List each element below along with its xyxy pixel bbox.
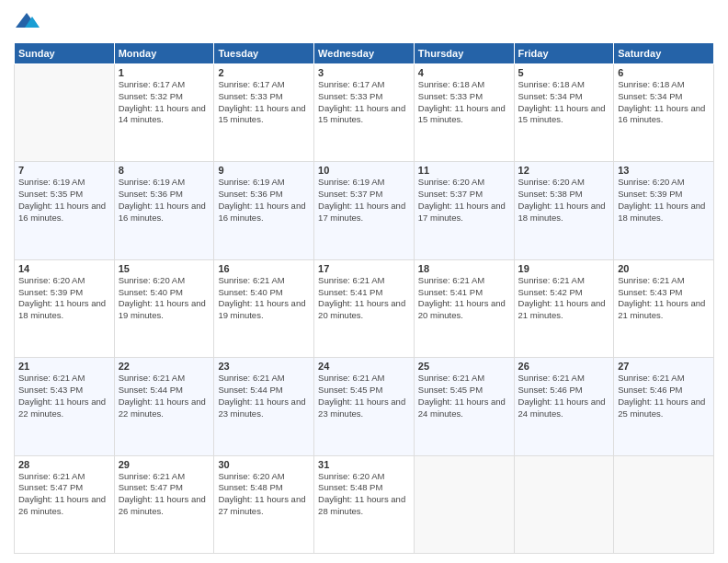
day-number: 18 (418, 263, 510, 274)
day-number: 9 (218, 165, 310, 176)
day-number: 6 (618, 67, 710, 78)
calendar-cell: 20Sunrise: 6:21 AMSunset: 5:43 PMDayligh… (614, 259, 714, 357)
day-info: Sunrise: 6:21 AMSunset: 5:45 PMDaylight:… (418, 373, 510, 419)
day-info: Sunrise: 6:17 AMSunset: 5:32 PMDaylight:… (119, 79, 210, 126)
calendar-cell (514, 455, 614, 553)
day-number: 4 (418, 67, 510, 78)
day-number: 12 (518, 165, 610, 176)
day-info: Sunrise: 6:20 AMSunset: 5:40 PMDaylight:… (119, 275, 210, 322)
day-number: 27 (618, 361, 710, 372)
day-info: Sunrise: 6:20 AMSunset: 5:48 PMDaylight:… (318, 471, 410, 518)
calendar-cell: 28Sunrise: 6:21 AMSunset: 5:47 PMDayligh… (15, 455, 115, 553)
calendar-cell: 16Sunrise: 6:21 AMSunset: 5:40 PMDayligh… (214, 259, 314, 357)
day-info: Sunrise: 6:17 AMSunset: 5:33 PMDaylight:… (318, 79, 410, 126)
calendar-cell: 31Sunrise: 6:20 AMSunset: 5:48 PMDayligh… (314, 455, 415, 553)
calendar-cell: 7Sunrise: 6:19 AMSunset: 5:35 PMDaylight… (15, 162, 115, 259)
day-info: Sunrise: 6:20 AMSunset: 5:39 PMDaylight:… (618, 177, 710, 224)
calendar-day-header: Monday (114, 43, 214, 64)
day-number: 14 (18, 263, 110, 274)
calendar-cell: 13Sunrise: 6:20 AMSunset: 5:39 PMDayligh… (614, 162, 714, 259)
day-info: Sunrise: 6:21 AMSunset: 5:45 PMDaylight:… (318, 373, 410, 419)
day-info: Sunrise: 6:20 AMSunset: 5:38 PMDaylight:… (518, 177, 610, 224)
calendar-cell: 15Sunrise: 6:20 AMSunset: 5:40 PMDayligh… (114, 259, 214, 357)
calendar-body: 1Sunrise: 6:17 AMSunset: 5:32 PMDaylight… (15, 64, 714, 554)
day-number: 19 (518, 263, 610, 274)
calendar-cell: 8Sunrise: 6:19 AMSunset: 5:36 PMDaylight… (114, 162, 214, 259)
day-number: 10 (318, 165, 410, 176)
calendar-header-row: SundayMondayTuesdayWednesdayThursdayFrid… (15, 43, 714, 64)
logo (14, 9, 43, 35)
calendar-week-row: 14Sunrise: 6:20 AMSunset: 5:39 PMDayligh… (15, 259, 714, 357)
day-info: Sunrise: 6:19 AMSunset: 5:37 PMDaylight:… (318, 177, 410, 224)
calendar-cell: 25Sunrise: 6:21 AMSunset: 5:45 PMDayligh… (414, 358, 514, 455)
day-number: 7 (18, 165, 110, 176)
calendar-cell (614, 455, 714, 553)
day-info: Sunrise: 6:18 AMSunset: 5:34 PMDaylight:… (518, 79, 610, 126)
calendar-cell: 21Sunrise: 6:21 AMSunset: 5:43 PMDayligh… (15, 358, 115, 455)
calendar-cell: 12Sunrise: 6:20 AMSunset: 5:38 PMDayligh… (514, 162, 614, 259)
day-number: 13 (618, 165, 710, 176)
day-info: Sunrise: 6:21 AMSunset: 5:41 PMDaylight:… (318, 275, 410, 322)
day-number: 15 (119, 263, 210, 274)
day-number: 25 (418, 361, 510, 372)
calendar-cell: 14Sunrise: 6:20 AMSunset: 5:39 PMDayligh… (15, 259, 115, 357)
day-number: 8 (119, 165, 210, 176)
day-info: Sunrise: 6:19 AMSunset: 5:36 PMDaylight:… (119, 177, 210, 224)
calendar-cell: 2Sunrise: 6:17 AMSunset: 5:33 PMDaylight… (214, 64, 314, 162)
calendar-day-header: Wednesday (314, 43, 415, 64)
day-info: Sunrise: 6:21 AMSunset: 5:46 PMDaylight:… (618, 373, 710, 419)
day-number: 17 (318, 263, 410, 274)
calendar-cell: 29Sunrise: 6:21 AMSunset: 5:47 PMDayligh… (114, 455, 214, 553)
day-info: Sunrise: 6:21 AMSunset: 5:46 PMDaylight:… (518, 373, 610, 419)
day-number: 22 (119, 361, 210, 372)
calendar-week-row: 7Sunrise: 6:19 AMSunset: 5:35 PMDaylight… (15, 162, 714, 259)
day-number: 23 (218, 361, 310, 372)
calendar-table: SundayMondayTuesdayWednesdayThursdayFrid… (14, 42, 714, 554)
day-info: Sunrise: 6:21 AMSunset: 5:44 PMDaylight:… (119, 373, 210, 419)
calendar-cell: 10Sunrise: 6:19 AMSunset: 5:37 PMDayligh… (314, 162, 415, 259)
logo-icon (14, 9, 40, 35)
day-number: 20 (618, 263, 710, 274)
day-number: 2 (218, 67, 310, 78)
calendar-cell: 1Sunrise: 6:17 AMSunset: 5:32 PMDaylight… (114, 64, 214, 162)
day-number: 21 (18, 361, 110, 372)
calendar-cell: 5Sunrise: 6:18 AMSunset: 5:34 PMDaylight… (514, 64, 614, 162)
calendar-cell (15, 64, 115, 162)
day-info: Sunrise: 6:21 AMSunset: 5:44 PMDaylight:… (218, 373, 310, 419)
calendar-week-row: 21Sunrise: 6:21 AMSunset: 5:43 PMDayligh… (15, 358, 714, 455)
day-number: 29 (119, 459, 210, 470)
calendar-cell (414, 455, 514, 553)
calendar-cell: 30Sunrise: 6:20 AMSunset: 5:48 PMDayligh… (214, 455, 314, 553)
calendar-cell: 11Sunrise: 6:20 AMSunset: 5:37 PMDayligh… (414, 162, 514, 259)
calendar-day-header: Friday (514, 43, 614, 64)
day-info: Sunrise: 6:18 AMSunset: 5:33 PMDaylight:… (418, 79, 510, 126)
calendar-cell: 9Sunrise: 6:19 AMSunset: 5:36 PMDaylight… (214, 162, 314, 259)
calendar-cell: 18Sunrise: 6:21 AMSunset: 5:41 PMDayligh… (414, 259, 514, 357)
day-number: 24 (318, 361, 410, 372)
page: SundayMondayTuesdayWednesdayThursdayFrid… (0, 0, 728, 563)
calendar-cell: 6Sunrise: 6:18 AMSunset: 5:34 PMDaylight… (614, 64, 714, 162)
header (14, 9, 714, 35)
day-info: Sunrise: 6:21 AMSunset: 5:41 PMDaylight:… (418, 275, 510, 322)
day-number: 11 (418, 165, 510, 176)
day-number: 26 (518, 361, 610, 372)
day-number: 5 (518, 67, 610, 78)
calendar-cell: 3Sunrise: 6:17 AMSunset: 5:33 PMDaylight… (314, 64, 415, 162)
day-number: 28 (18, 459, 110, 470)
calendar-day-header: Saturday (614, 43, 714, 64)
day-number: 16 (218, 263, 310, 274)
day-number: 3 (318, 67, 410, 78)
day-info: Sunrise: 6:20 AMSunset: 5:48 PMDaylight:… (218, 471, 310, 518)
day-number: 30 (218, 459, 310, 470)
calendar-day-header: Tuesday (214, 43, 314, 64)
day-info: Sunrise: 6:18 AMSunset: 5:34 PMDaylight:… (618, 79, 710, 126)
calendar-day-header: Thursday (414, 43, 514, 64)
day-info: Sunrise: 6:20 AMSunset: 5:39 PMDaylight:… (18, 275, 110, 322)
calendar-week-row: 1Sunrise: 6:17 AMSunset: 5:32 PMDaylight… (15, 64, 714, 162)
calendar-cell: 17Sunrise: 6:21 AMSunset: 5:41 PMDayligh… (314, 259, 415, 357)
day-info: Sunrise: 6:21 AMSunset: 5:40 PMDaylight:… (218, 275, 310, 322)
day-info: Sunrise: 6:21 AMSunset: 5:43 PMDaylight:… (618, 275, 710, 322)
day-info: Sunrise: 6:21 AMSunset: 5:47 PMDaylight:… (119, 471, 210, 518)
calendar-week-row: 28Sunrise: 6:21 AMSunset: 5:47 PMDayligh… (15, 455, 714, 553)
day-info: Sunrise: 6:19 AMSunset: 5:36 PMDaylight:… (218, 177, 310, 224)
